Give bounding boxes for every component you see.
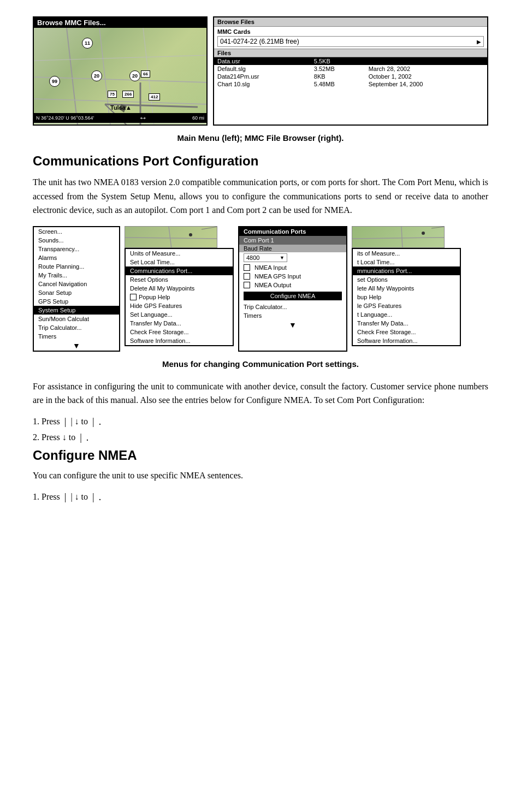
cmenu-reset[interactable]: Reset Options [126,275,233,284]
cmenu-language[interactable]: Set Language... [126,310,233,319]
map-title-bar: Browse MMC Files... [34,17,206,28]
rmenu-comm-port[interactable]: mmunications Port... [353,266,460,275]
file-size-1: 3.52MB [311,65,365,73]
step-1-pipe1: | [64,417,67,426]
rmenu-language[interactable]: t Language... [353,310,460,319]
svg-point-16 [422,232,425,235]
mmc-label: MMC Cards [217,28,484,35]
rmenu-transfer[interactable]: Transfer My Data... [353,319,460,328]
nmea-input-checkbox[interactable] [244,264,250,271]
file-name-3: Chart 10.slg [214,80,311,88]
nmea-step-1-pipe2: | [92,492,94,502]
rmenu-delete[interactable]: lete All My Waypoints [353,284,460,293]
map-shield-266: 266 [122,91,134,98]
cmenu-delete-waypoints[interactable]: Delete All My Waypoints [126,284,233,293]
rmenu-local-time[interactable]: t Local Time... [353,258,460,266]
comm-port-sub: Com Port 1 [239,236,346,245]
baud-rate-dropdown-icon: ▼ [280,255,285,260]
step-1-arrow: | ↓ to [70,417,88,426]
svg-line-3 [34,99,208,104]
baud-rate-select[interactable]: 4800 ▼ [244,253,287,262]
rmenu-units[interactable]: its of Measure... [353,249,460,258]
mmc-card-row[interactable]: 041-0274-22 (6.21MB free) ▶ [217,36,484,47]
center-menu: Units of Measure... Set Local Time... Co… [125,248,234,346]
menu-item-alarms[interactable]: Alarms [34,253,119,262]
left-menu-scroll-down[interactable]: ▼ [34,341,119,351]
menu-item-gps[interactable]: GPS Setup [34,297,119,306]
menu-item-transparency[interactable]: Transparency... [34,245,119,253]
file-browser-title: Browse Files [214,17,487,27]
map-num-20: 20 [91,70,102,81]
configure-nmea-button[interactable]: Configure NMEA [244,292,342,300]
cmenu-transfer[interactable]: Transfer My Data... [126,319,233,328]
step-1-row: 1. Press | | ↓ to | . [33,416,488,428]
right-map-thumb [352,226,445,248]
menu-item-sounds[interactable]: Sounds... [34,236,119,245]
menu-item-trip[interactable]: Trip Calculator... [34,323,119,332]
baud-rate-label: Baud Rate [239,245,346,252]
svg-line-10 [125,238,217,239]
menu-item-cancel-nav[interactable]: Cancel Navigation [34,280,119,288]
svg-line-5 [34,55,208,61]
menus-area: Screen... Sounds... Transparency... Alar… [33,226,488,352]
step-2-dot: . [86,432,89,443]
comm-port-body: The unit has two NMEA 0183 version 2.0 c… [33,175,488,217]
cmenu-software-info[interactable]: Software Information... [126,336,233,345]
nmea-step-1-label: 1. Press [33,492,60,502]
cmenu-hide-gps[interactable]: Hide GPS Features [126,301,233,310]
file-row-0[interactable]: Data.usr 5.5KB [214,57,487,65]
cmenu-comm-port[interactable]: Communications Port... [126,266,233,275]
baud-rate-value: 4800 [246,254,259,261]
files-header: Files [214,49,487,57]
comm-port-scroll[interactable]: ▼ [239,320,346,330]
cmenu-units[interactable]: Units of Measure... [126,249,233,258]
cmenu-popup-help[interactable]: Popup Help [126,293,233,301]
menu-item-screen[interactable]: Screen... [34,227,119,236]
step-2-pipe: | [80,432,82,442]
map-scale: 60 mi [192,115,204,121]
comm-port-box: Communication Ports Com Port 1 Baud Rate… [238,226,347,352]
rmenu-popup[interactable]: bup Help [353,293,460,301]
top-caption: Main Menu (left); MMC File Browser (righ… [33,133,488,143]
file-size-2: 8KB [311,73,365,80]
map-num-20b: 20 [129,70,140,81]
file-row-2[interactable]: Data214Pm.usr 8KB October 1, 2002 [214,73,487,80]
step-2-row: 2. Press ↓ to | . [33,432,488,443]
rport-trip[interactable]: Trip Calculator... [239,303,346,311]
menu-item-route[interactable]: Route Planning... [34,262,119,271]
menu-item-trails[interactable]: My Trails... [34,271,119,280]
cmenu-check-storage[interactable]: Check Free Storage... [126,328,233,336]
file-date-0 [365,57,487,65]
files-section: Files Data.usr 5.5KB Default.slg 3.52MB … [214,49,487,88]
rmenu-check[interactable]: Check Free Storage... [353,328,460,336]
file-date-1: March 28, 2002 [365,65,487,73]
rmenu-reset[interactable]: set Options [353,275,460,284]
file-row-1[interactable]: Default.slg 3.52MB March 28, 2002 [214,65,487,73]
svg-line-17 [431,227,445,228]
nmea-output-checkbox[interactable] [244,282,250,288]
configure-nmea-body: You can configure the unit to use specif… [33,469,488,483]
nmea-gps-input-row: NMEA GPS Input [239,272,346,281]
cmenu-local-time[interactable]: Set Local Time... [126,258,233,266]
nmea-gps-checkbox[interactable] [244,273,250,280]
file-row-3[interactable]: Chart 10.slg 5.48MB September 14, 2000 [214,80,487,88]
rmenu-hide-gps[interactable]: le GPS Features [353,301,460,310]
file-size-0: 5.5KB [311,57,365,65]
nmea-step-1-dot: . [99,491,102,503]
rport-timers[interactable]: Timers [239,311,346,320]
menu-item-sun[interactable]: Sun/Moon Calculat [34,315,119,323]
step-2-label: 2. Press ↓ to [33,432,75,442]
nmea-input-label: NMEA Input [254,264,287,271]
svg-line-11 [169,227,171,248]
svg-point-12 [189,233,192,236]
popup-checkbox[interactable] [130,294,137,300]
menu-item-sonar[interactable]: Sonar Setup [34,288,119,297]
menu-item-timers[interactable]: Timers [34,332,119,341]
right-menu: its of Measure... t Local Time... mmunic… [352,248,461,346]
rmenu-software[interactable]: Software Information... [353,336,460,345]
menu-item-system[interactable]: System Setup [34,306,119,315]
comm-port-title: Communication Ports [239,227,346,236]
menus-caption: Menus for changing Communication Port se… [33,359,488,369]
step-1-pipe2: | [92,417,94,426]
assist-text: For assistance in configuring the unit t… [33,380,488,407]
